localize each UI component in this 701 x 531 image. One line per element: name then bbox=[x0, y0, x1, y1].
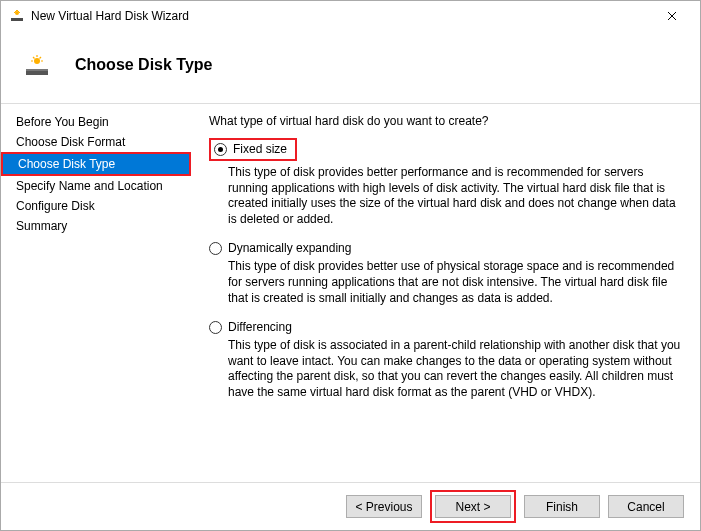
sidebar-item-before-you-begin[interactable]: Before You Begin bbox=[1, 112, 191, 132]
titlebar: New Virtual Hard Disk Wizard bbox=[1, 1, 700, 31]
desc-dynamically-expanding: This type of disk provides better use of… bbox=[228, 259, 682, 306]
highlight-box: Choose Disk Type bbox=[1, 152, 191, 176]
finish-button[interactable]: Finish bbox=[524, 495, 600, 518]
wizard-steps-sidebar: Before You Begin Choose Disk Format Choo… bbox=[1, 104, 191, 482]
svg-rect-0 bbox=[11, 18, 23, 21]
content-panel: What type of virtual hard disk do you wa… bbox=[191, 104, 700, 482]
highlight-box: Next > bbox=[430, 490, 516, 523]
window-title: New Virtual Hard Disk Wizard bbox=[31, 9, 652, 23]
wizard-icon bbox=[21, 49, 53, 81]
radio-dynamically-expanding[interactable] bbox=[209, 242, 222, 255]
body-panel: Before You Begin Choose Disk Format Choo… bbox=[1, 103, 700, 482]
page-title: Choose Disk Type bbox=[75, 56, 213, 74]
svg-line-9 bbox=[40, 57, 42, 59]
highlight-box: Fixed size bbox=[209, 138, 297, 161]
radio-differencing[interactable] bbox=[209, 321, 222, 334]
sidebar-item-specify-name-location[interactable]: Specify Name and Location bbox=[1, 176, 191, 196]
desc-fixed-size: This type of disk provides better perfor… bbox=[228, 165, 682, 227]
svg-line-8 bbox=[33, 57, 35, 59]
svg-rect-3 bbox=[26, 69, 48, 71]
cancel-button[interactable]: Cancel bbox=[608, 495, 684, 518]
previous-button[interactable]: < Previous bbox=[346, 495, 422, 518]
prompt-text: What type of virtual hard disk do you wa… bbox=[209, 114, 682, 128]
sidebar-item-choose-disk-type[interactable]: Choose Disk Type bbox=[3, 154, 189, 174]
desc-differencing: This type of disk is associated in a par… bbox=[228, 338, 682, 400]
radio-label-fixed-size[interactable]: Fixed size bbox=[233, 142, 287, 156]
next-button[interactable]: Next > bbox=[435, 495, 511, 518]
header-panel: Choose Disk Type bbox=[1, 31, 700, 103]
wizard-window: New Virtual Hard Disk Wizard Choose Disk… bbox=[0, 0, 701, 531]
close-button[interactable] bbox=[652, 2, 692, 30]
radio-label-dynamically-expanding[interactable]: Dynamically expanding bbox=[228, 241, 351, 255]
sidebar-item-configure-disk[interactable]: Configure Disk bbox=[1, 196, 191, 216]
svg-point-4 bbox=[34, 58, 40, 64]
radio-fixed-size[interactable] bbox=[214, 143, 227, 156]
app-icon bbox=[9, 8, 25, 24]
sidebar-item-summary[interactable]: Summary bbox=[1, 216, 191, 236]
button-bar: < Previous Next > Finish Cancel bbox=[1, 482, 700, 530]
sidebar-item-choose-disk-format[interactable]: Choose Disk Format bbox=[1, 132, 191, 152]
radio-label-differencing[interactable]: Differencing bbox=[228, 320, 292, 334]
